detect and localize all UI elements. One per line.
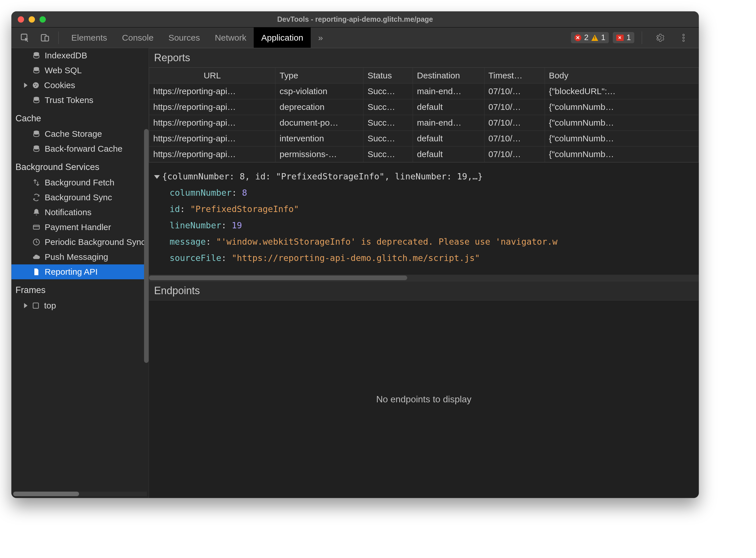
console-errors-warnings-button[interactable]: ✕ 2 1 [571,32,609,43]
detail-value: 19 [232,220,242,230]
col-timestamp[interactable]: Timest… [484,68,545,83]
sidebar-item-label: Push Messaging [45,252,108,262]
cell-destination: default [413,147,484,162]
file-icon [32,268,41,276]
col-body[interactable]: Body [545,68,699,83]
more-tabs-button[interactable]: » [311,27,331,48]
issue-count: 1 [627,33,631,42]
error-icon: ✕ [575,34,581,41]
main-panel: Reports URL Type Status Destination Time… [149,48,699,498]
window-titlebar: DevTools - reporting-api-demo.glitch.me/… [11,11,699,27]
sidebar-item-top-frame[interactable]: top [11,298,147,313]
svg-rect-18 [33,303,39,308]
close-window-button[interactable] [18,16,24,23]
cell-timestamp: 07/10/… [484,147,545,162]
detail-key: message [170,237,205,247]
cell-body: {"blockedURL":… [545,83,699,99]
sidebar-item-background-sync[interactable]: Background Sync [11,190,147,205]
sidebar-horizontal-scrollbar[interactable] [13,491,147,496]
sidebar-item-background-fetch[interactable]: Background Fetch [11,175,147,190]
detail-value: 8 [242,188,247,198]
detail-horizontal-scrollbar[interactable] [149,275,699,281]
col-type[interactable]: Type [275,68,363,83]
inspect-element-icon[interactable] [15,27,35,48]
sidebar-item-reporting-api[interactable]: Reporting API [11,264,147,279]
zoom-window-button[interactable] [40,16,46,23]
cell-type: csp-violation [275,83,363,99]
tab-network[interactable]: Network [207,27,254,48]
col-status[interactable]: Status [363,68,413,83]
sidebar-item-payment-handler[interactable]: Payment Handler [11,220,147,235]
cell-destination: main-end… [413,83,484,99]
svg-point-5 [683,40,684,42]
database-icon [32,145,41,153]
cell-body: {"columnNumb… [545,115,699,131]
report-detail-pane[interactable]: {columnNumber: 8, id: "PrefixedStorageIn… [149,162,699,275]
sidebar-item-indexeddb[interactable]: IndexedDB [11,48,147,63]
card-icon [32,223,41,231]
bell-icon [32,208,41,217]
transfer-icon [32,178,41,187]
table-row[interactable]: https://reporting-api…document-po…Succ…m… [149,115,699,131]
sidebar-item-bfcache[interactable]: Back-forward Cache [11,142,147,156]
more-options-icon[interactable] [674,33,693,43]
cell-status: Succ… [363,83,413,99]
cell-body: {"columnNumb… [545,131,699,147]
settings-gear-icon[interactable] [650,33,669,43]
collapse-arrow-icon[interactable] [154,175,160,179]
device-toolbar-icon[interactable] [35,27,55,48]
sidebar-item-label: Back-forward Cache [45,144,123,154]
tab-elements[interactable]: Elements [64,27,115,48]
table-row[interactable]: https://reporting-api…interventionSucc…d… [149,131,699,147]
tab-console[interactable]: Console [115,27,161,48]
warning-count: 1 [601,33,605,42]
sidebar-item-label: Web SQL [45,66,82,75]
sidebar-item-label: Background Sync [45,193,112,202]
table-row[interactable]: https://reporting-api…deprecationSucc…de… [149,99,699,115]
sidebar-item-notifications[interactable]: Notifications [11,205,147,220]
sidebar-item-trust-tokens[interactable]: Trust Tokens [11,93,147,108]
tab-application[interactable]: Application [254,27,311,48]
detail-value: "'window.webkitStorageInfo' is deprecate… [216,237,558,247]
sidebar-item-push-messaging[interactable]: Push Messaging [11,250,147,264]
panel-tabs: Elements Console Sources Network Applica… [64,27,331,48]
cell-url: https://reporting-api… [149,99,275,115]
devtools-window: DevTools - reporting-api-demo.glitch.me/… [11,11,699,498]
svg-point-4 [683,37,684,39]
sidebar-item-label: Cache Storage [45,129,102,139]
tab-sources[interactable]: Sources [161,27,207,48]
frame-icon [31,301,40,310]
sidebar-group-background-services: Background Services [11,156,147,175]
svg-point-3 [683,34,684,36]
cell-timestamp: 07/10/… [484,115,545,131]
sidebar-item-periodic-background-sync[interactable]: Periodic Background Sync [11,235,147,250]
reports-table: URL Type Status Destination Timest… Body… [149,68,699,162]
sidebar-item-cookies[interactable]: Cookies [11,78,147,93]
database-icon [32,51,41,60]
cell-status: Succ… [363,99,413,115]
minimize-window-button[interactable] [29,16,35,23]
col-destination[interactable]: Destination [413,68,484,83]
svg-point-11 [35,86,36,87]
cell-type: permissions-… [275,147,363,162]
table-row[interactable]: https://reporting-api…permissions-…Succ…… [149,147,699,162]
issues-button[interactable]: 1 [613,32,634,43]
detail-value: "https://reporting-api-demo.glitch.me/sc… [232,253,480,263]
sidebar-vertical-scrollbar[interactable] [144,48,149,498]
col-url[interactable]: URL [149,68,275,83]
cloud-icon [32,253,41,261]
cell-timestamp: 07/10/… [484,83,545,99]
sidebar-item-cache-storage[interactable]: Cache Storage [11,126,147,142]
toolbar-separator [642,31,642,44]
cell-url: https://reporting-api… [149,147,275,162]
cell-type: intervention [275,131,363,147]
table-row[interactable]: https://reporting-api…csp-violationSucc…… [149,83,699,99]
detail-key: id [170,204,180,214]
cell-url: https://reporting-api… [149,83,275,99]
detail-value: "PrefixedStorageInfo" [190,204,299,214]
sidebar-item-label: Periodic Background Sync [45,237,145,247]
sidebar-item-websql[interactable]: Web SQL [11,63,147,78]
detail-summary: {columnNumber: 8, id: "PrefixedStorageIn… [162,171,483,181]
section-title-endpoints: Endpoints [149,281,699,301]
cell-type: document-po… [275,115,363,131]
